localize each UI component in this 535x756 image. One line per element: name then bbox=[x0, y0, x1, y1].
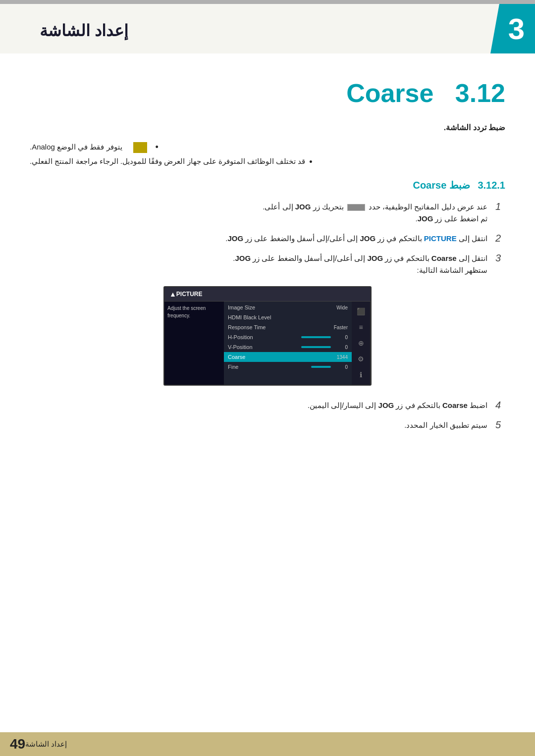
screen-icon-monitor: ⬛ bbox=[354, 304, 369, 318]
step-text-5: سيتم تطبيق الخيار المحدد. bbox=[30, 419, 487, 431]
bullet-dot-1: • bbox=[155, 142, 158, 152]
bullet-item-1: • يتوفر فقط في الوضع Analog. bbox=[30, 142, 505, 153]
screen-menu-title: PICTURE bbox=[176, 291, 366, 298]
bar-vpos bbox=[301, 346, 331, 348]
step-text-1: عند عرض دليل المفاتيح الوظيفية، حدد بتحر… bbox=[30, 201, 487, 225]
main-content: Coarse 3.12 ضبط تردد الشاشة. • يتوفر فقط… bbox=[0, 53, 535, 732]
bar-hpos bbox=[301, 336, 331, 338]
screen-container: PICTURE ▲ ⬛ ≡ ⊕ ⚙ ℹ I bbox=[30, 286, 505, 386]
section-title-block: Coarse 3.12 bbox=[30, 78, 505, 108]
subsection-title-text: ضبط Coarse bbox=[413, 180, 470, 191]
description-text: ضبط تردد الشاشة. bbox=[444, 123, 505, 132]
screen-right-info: Adjust the screen frequency. bbox=[164, 302, 224, 385]
step-text-2: انتقل إلى PICTURE بالتحكم في زر JOG إلى … bbox=[30, 233, 487, 245]
bullet-dot-2: • bbox=[309, 157, 312, 167]
screen-arrow-icon: ▲ bbox=[169, 290, 176, 298]
step-num-4: 4 bbox=[495, 400, 505, 411]
step-num-1: 1 bbox=[495, 201, 505, 212]
jog-indicator-box bbox=[347, 204, 365, 211]
menu-item-hdmi: HDMI Black Level bbox=[224, 312, 352, 322]
analog-icon bbox=[133, 142, 147, 153]
menu-label-image-size: Image Size bbox=[228, 304, 333, 310]
menu-label-hpos: H-Position bbox=[228, 334, 301, 340]
menu-label-vpos: V-Position bbox=[228, 344, 301, 350]
page-wrapper: إعداد الشاشة 3 Coarse 3.12 ضبط تردد الشا… bbox=[0, 0, 535, 756]
step-num-5: 5 bbox=[495, 419, 505, 431]
menu-bar-coarse: 1344 bbox=[301, 354, 348, 360]
menu-label-response: Response Time bbox=[228, 324, 333, 330]
menu-item-response: Response Time Faster bbox=[224, 322, 352, 332]
bullets: • يتوفر فقط في الوضع Analog. • قد تختلف … bbox=[30, 142, 505, 167]
menu-item-image-size: Image Size Wide bbox=[224, 302, 352, 312]
menu-item-fine: Fine 0 bbox=[224, 362, 352, 372]
menu-value-coarse: 1344 bbox=[333, 354, 348, 360]
screen-icon-info: ℹ bbox=[354, 368, 369, 382]
bullet-item-2: • قد تختلف الوظائف المتوفرة على جهاز الع… bbox=[30, 157, 505, 167]
screen-menu-bar: PICTURE ▲ bbox=[164, 287, 371, 302]
footer-page-number: 49 bbox=[10, 736, 25, 752]
menu-item-vpos: V-Position 0 bbox=[224, 342, 352, 352]
menu-value-image-size: Wide bbox=[333, 305, 348, 310]
screen-menu-col: Image Size Wide HDMI Black Level Respons… bbox=[224, 302, 352, 385]
bar-coarse bbox=[301, 356, 331, 358]
screen-icon-adjust: ⊕ bbox=[354, 336, 369, 350]
menu-item-hpos: H-Position 0 bbox=[224, 332, 352, 342]
screen-help-text: Adjust the screen frequency. bbox=[167, 304, 221, 319]
chapter-number-box: 3 bbox=[490, 4, 535, 53]
chapter-number: 3 bbox=[508, 12, 525, 46]
menu-label-fine: Fine bbox=[228, 364, 311, 370]
step-5: 5 سيتم تطبيق الخيار المحدد. bbox=[30, 419, 505, 431]
steps-list: 1 عند عرض دليل المفاتيح الوظيفية، حدد بت… bbox=[30, 201, 505, 276]
page-footer: إعداد الشاشة 49 bbox=[0, 732, 535, 756]
subsection-number: 3.12.1 bbox=[478, 180, 505, 191]
step-num-2: 2 bbox=[495, 233, 505, 244]
top-decorative-bar bbox=[0, 0, 535, 4]
bar-fine bbox=[311, 366, 331, 368]
screen-simulation: PICTURE ▲ ⬛ ≡ ⊕ ⚙ ℹ I bbox=[163, 286, 372, 386]
step-text-3: انتقل إلى Coarse بالتحكم في زر JOG إلى أ… bbox=[30, 252, 487, 276]
section-title-number: 3.12 bbox=[455, 79, 505, 107]
menu-bar-vpos: 0 bbox=[301, 345, 348, 350]
chapter-title: إعداد الشاشة bbox=[0, 21, 143, 40]
menu-label-hdmi: HDMI Black Level bbox=[228, 314, 333, 320]
steps-list-2: 4 اضبط Coarse بالتحكم في زر JOG إلى اليس… bbox=[30, 400, 505, 431]
description: ضبط تردد الشاشة. bbox=[30, 123, 505, 132]
subsection-title: 3.12.1 ضبط Coarse bbox=[30, 179, 505, 191]
menu-value-response: Faster bbox=[333, 325, 348, 330]
screen-icons-col: ⬛ ≡ ⊕ ⚙ ℹ bbox=[352, 302, 371, 385]
chapter-header: إعداد الشاشة 3 bbox=[0, 4, 535, 53]
bullet-text-2: قد تختلف الوظائف المتوفرة على جهاز العرض… bbox=[30, 157, 305, 166]
step-text-4: اضبط Coarse بالتحكم في زر JOG إلى اليسار… bbox=[30, 400, 487, 411]
menu-value-vpos: 0 bbox=[333, 345, 348, 350]
bullet-text-1: يتوفر فقط في الوضع Analog. bbox=[30, 142, 151, 153]
step-4: 4 اضبط Coarse بالتحكم في زر JOG إلى اليس… bbox=[30, 400, 505, 411]
menu-bar-fine: 0 bbox=[311, 364, 348, 370]
screen-icon-gear: ⚙ bbox=[354, 352, 369, 366]
screen-icon-eq: ≡ bbox=[354, 320, 369, 334]
step-1: 1 عند عرض دليل المفاتيح الوظيفية، حدد بت… bbox=[30, 201, 505, 225]
menu-label-coarse: Coarse bbox=[228, 354, 301, 360]
step-num-3: 3 bbox=[495, 252, 505, 264]
footer-text: إعداد الشاشة bbox=[25, 740, 67, 749]
menu-item-coarse: Coarse 1344 bbox=[224, 352, 352, 362]
menu-bar-hpos: 0 bbox=[301, 335, 348, 340]
step-2: 2 انتقل إلى PICTURE بالتحكم في زر JOG إل… bbox=[30, 233, 505, 245]
screen-body: ⬛ ≡ ⊕ ⚙ ℹ Image Size Wide HDMI Black L bbox=[164, 302, 371, 385]
section-title-name: Coarse bbox=[346, 79, 433, 107]
step-3: 3 انتقل إلى Coarse بالتحكم في زر JOG إلى… bbox=[30, 252, 505, 276]
menu-value-fine: 0 bbox=[333, 364, 348, 370]
section-title-text: Coarse 3.12 bbox=[346, 78, 505, 108]
menu-value-hpos: 0 bbox=[333, 335, 348, 340]
